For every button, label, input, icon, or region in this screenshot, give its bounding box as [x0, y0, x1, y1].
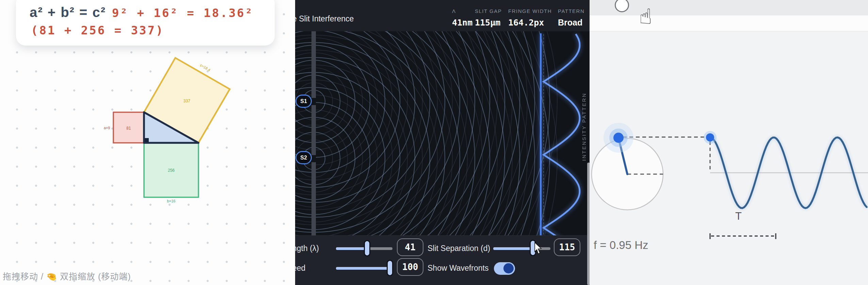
stat-lambda-label: Λ	[452, 8, 456, 14]
stat-fringe-width-label: FRINGE WIDTH	[508, 8, 552, 14]
wavelength-slider-handle[interactable]	[365, 241, 369, 255]
formula-identity: a² + b² = c²	[30, 5, 106, 20]
mouse-cursor-icon	[534, 242, 543, 255]
speed-slider[interactable]	[336, 267, 392, 270]
toggle-knob	[503, 263, 514, 273]
intensity-curve	[295, 31, 590, 258]
intensity-pattern-label: INTENSITY PATTERN	[581, 93, 587, 161]
speed-value[interactable]: 100	[397, 258, 423, 276]
frequency-readout: f = 0.95 Hz	[594, 239, 648, 252]
square-a-area-label: 81	[126, 126, 131, 131]
show-wavefronts-label: Show Wavefronts	[428, 264, 488, 273]
pythagorean-canvas[interactable]: 81 a=9 337 c≈18.4 256 b=16 a² + b² = c² …	[0, 0, 295, 285]
vertical-scrollbar[interactable]	[587, 163, 590, 285]
circular-motion-wave-panel: ☝ f = 0.95 Hz T	[590, 0, 868, 285]
slit-separation-label: Slit Separation (d)	[428, 244, 490, 253]
speed-label: eed	[295, 264, 305, 273]
wavelength-label: ngth (λ)	[295, 244, 319, 253]
stat-lambda-value: 41nm	[452, 18, 472, 28]
formula-substitution: 9² + 16² = 18.36²	[112, 6, 254, 20]
stat-slit-gap-label: SLIT GAP	[475, 8, 502, 14]
square-c-area-label: 337	[183, 99, 190, 103]
formula-card: a² + b² = c² 9² + 16² = 18.36² (81 + 256…	[16, 0, 275, 46]
formula-check: (81 + 256 = 337)	[31, 23, 275, 37]
app-title: e Slit Interference	[295, 14, 354, 23]
wavelength-value[interactable]: 41	[397, 238, 423, 256]
square-a-side-label: a=9	[104, 126, 110, 130]
square-b-area-label: 256	[168, 168, 175, 173]
speed-slider-handle[interactable]	[388, 261, 392, 275]
control-bar: ngth (λ) 41 Slit Separation (d) 115 eed …	[295, 235, 590, 285]
stat-fringe-width-value: 164.2px	[508, 18, 544, 28]
wavelength-slider[interactable]	[336, 247, 392, 250]
show-wavefronts-toggle[interactable]	[494, 262, 515, 275]
slit-separation-value[interactable]: 115	[554, 238, 580, 256]
hand-cursor-icon: ☝	[639, 4, 652, 29]
phasor-dot[interactable]	[613, 133, 624, 143]
square-b-side-label: b=16	[167, 199, 176, 203]
square-c-side-label: c≈18.4	[199, 63, 211, 72]
toolbar-band	[590, 0, 868, 15]
toolbar-band-lower	[590, 15, 868, 31]
stat-slit-gap-value: 115µm	[475, 18, 500, 28]
slit-interference-app: e Slit Interference Λ 41nm SLIT GAP 115µ…	[295, 0, 590, 285]
stat-pattern-label: PATTERN	[558, 8, 584, 14]
right-angle-marker	[145, 138, 149, 142]
period-symbol: T	[735, 210, 742, 222]
gesture-hint: 拖拽移动 / 🤏 双指缩放 (移动端)	[3, 270, 131, 282]
wave-start-dot[interactable]	[706, 133, 714, 141]
stat-pattern-value: Broad	[558, 18, 582, 28]
wave-simulation-canvas[interactable]: S1 S2 INTENSITY PATTERN	[295, 31, 590, 258]
